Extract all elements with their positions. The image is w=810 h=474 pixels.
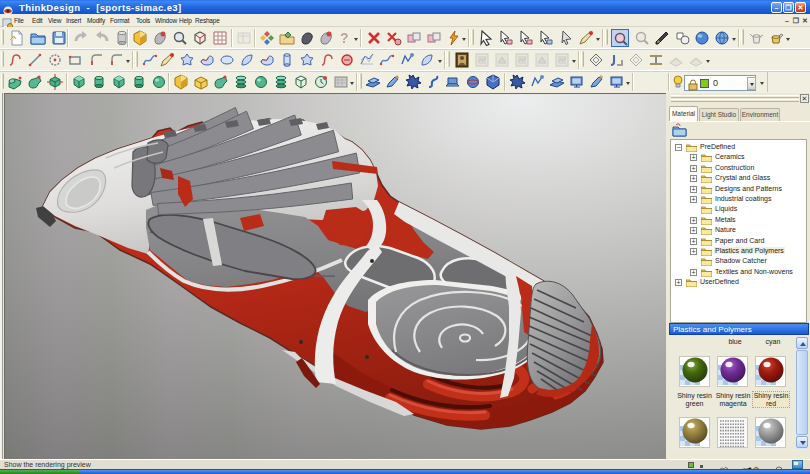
svg-text:?: ? <box>340 30 349 46</box>
